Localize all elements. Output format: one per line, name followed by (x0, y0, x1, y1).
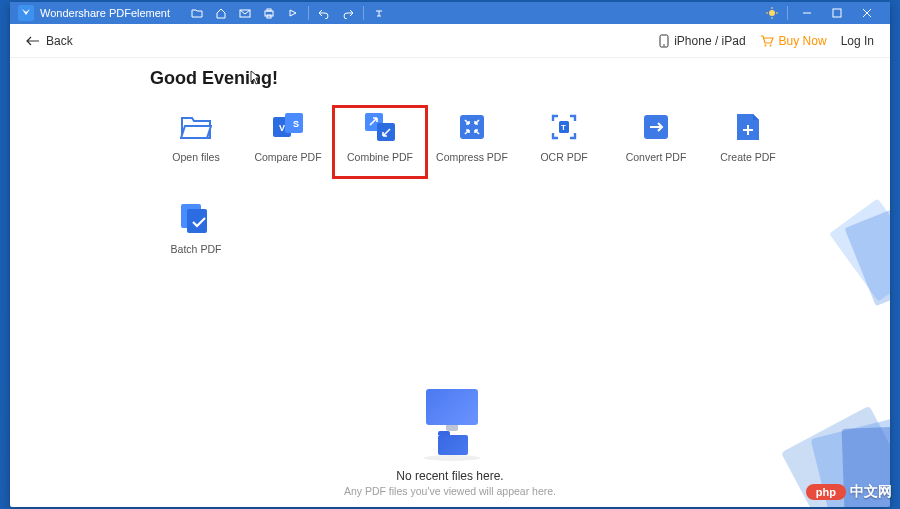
toolbar-separator (363, 6, 364, 20)
compress-pdf-icon (456, 111, 488, 143)
toolbar-print-icon[interactable] (258, 2, 280, 24)
buy-label: Buy Now (779, 34, 827, 48)
empty-illustration-icon (410, 389, 490, 461)
tile-label: Compress PDF (436, 151, 508, 163)
cart-icon (760, 35, 774, 47)
toolbar-open-icon[interactable] (186, 2, 208, 24)
tile-label: OCR PDF (540, 151, 587, 163)
watermark: php 中文网 (806, 483, 892, 501)
sub-bar: Back iPhone / iPad Buy Now Log In (10, 24, 890, 58)
device-link[interactable]: iPhone / iPad (659, 34, 745, 48)
tile-label: Open files (172, 151, 219, 163)
svg-text:T: T (561, 123, 566, 132)
action-tiles-row1: Open files VS Compare PDF Combine PDF Co… (150, 107, 850, 177)
toolbar-share-icon[interactable] (282, 2, 304, 24)
create-pdf-icon (732, 111, 764, 143)
tile-create-pdf[interactable]: Create PDF (702, 107, 794, 177)
window-minimize-icon[interactable] (792, 2, 822, 24)
svg-text:S: S (293, 119, 299, 129)
svg-rect-28 (187, 209, 207, 233)
toolbar-undo-icon[interactable] (313, 2, 335, 24)
login-label: Log In (841, 34, 874, 48)
login-link[interactable]: Log In (841, 34, 874, 48)
svg-text:V: V (279, 123, 285, 133)
toolbar-redo-icon[interactable] (337, 2, 359, 24)
watermark-badge: php (806, 484, 846, 500)
tile-open-files[interactable]: Open files (150, 107, 242, 177)
empty-state: No recent files here. Any PDF files you'… (10, 389, 890, 497)
cursor-icon (250, 70, 262, 86)
tile-convert-pdf[interactable]: Convert PDF (610, 107, 702, 177)
title-bar: Wondershare PDFelement (10, 2, 890, 24)
batch-pdf-icon (180, 203, 212, 235)
back-button[interactable]: Back (26, 34, 73, 48)
tile-compress-pdf[interactable]: Compress PDF (426, 107, 518, 177)
tile-label: Create PDF (720, 151, 775, 163)
buy-now-link[interactable]: Buy Now (760, 34, 827, 48)
svg-point-14 (769, 44, 771, 46)
tile-label: Convert PDF (626, 151, 687, 163)
watermark-text: 中文网 (850, 483, 892, 501)
toolbar-home-icon[interactable] (210, 2, 232, 24)
svg-rect-21 (460, 115, 484, 139)
toolbar-theme-icon[interactable] (761, 2, 783, 24)
tile-label: Compare PDF (254, 151, 321, 163)
app-title: Wondershare PDFelement (40, 7, 170, 19)
window-maximize-icon[interactable] (822, 2, 852, 24)
svg-point-12 (663, 44, 665, 46)
empty-title: No recent files here. (396, 469, 503, 483)
convert-pdf-icon (640, 111, 672, 143)
action-tiles-row2: Batch PDF (150, 199, 850, 269)
toolbar-separator (787, 6, 788, 20)
open-files-icon (180, 111, 212, 143)
back-label: Back (46, 34, 73, 48)
toolbar-customize-icon[interactable] (368, 2, 390, 24)
svg-point-4 (769, 10, 775, 16)
phone-icon (659, 34, 669, 48)
app-window: Wondershare PDFelement Back (10, 2, 890, 507)
window-close-icon[interactable] (852, 2, 882, 24)
tile-compare-pdf[interactable]: VS Compare PDF (242, 107, 334, 177)
tile-label: Batch PDF (171, 243, 222, 255)
svg-point-13 (764, 44, 766, 46)
greeting-heading: Good Evening! (150, 68, 850, 89)
tile-ocr-pdf[interactable]: T OCR PDF (518, 107, 610, 177)
empty-subtitle: Any PDF files you've viewed will appear … (344, 485, 556, 497)
content-area: Good Evening! Open files VS Compare PDF (10, 58, 890, 507)
tile-label: Combine PDF (347, 151, 413, 163)
combine-pdf-icon (364, 111, 396, 143)
toolbar-mail-icon[interactable] (234, 2, 256, 24)
toolbar-separator (308, 6, 309, 20)
tile-batch-pdf[interactable]: Batch PDF (150, 199, 242, 269)
app-logo-icon (18, 5, 34, 21)
svg-rect-2 (267, 9, 271, 11)
back-arrow-icon (26, 36, 40, 46)
svg-rect-10 (833, 9, 841, 17)
ocr-pdf-icon: T (548, 111, 580, 143)
tile-combine-pdf[interactable]: Combine PDF (334, 107, 426, 177)
device-label: iPhone / iPad (674, 34, 745, 48)
compare-pdf-icon: VS (272, 111, 304, 143)
